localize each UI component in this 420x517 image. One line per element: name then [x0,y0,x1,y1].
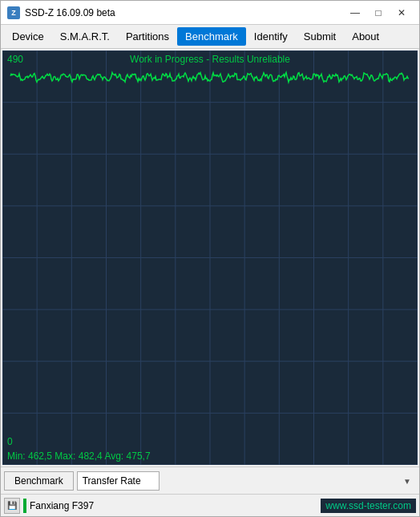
dropdown-arrow-icon: ▼ [403,476,411,485]
website-label: www.ssd-tester.com [321,499,416,513]
menu-item-benchmark[interactable]: Benchmark [177,27,246,46]
chart-canvas [2,50,418,465]
menu-item-about[interactable]: About [344,27,387,46]
metric-dropdown-wrapper: Transfer Rate Sequential Read Sequential… [77,471,416,491]
drive-icon: 💾 [4,498,20,514]
drive-name: Fanxiang F397 [30,500,94,511]
menu-item-smart[interactable]: S.M.A.R.T. [52,27,118,46]
status-bar: 💾 Fanxiang F397 www.ssd-tester.com [1,494,419,516]
drive-status-indicator [23,499,26,513]
menu-item-partitions[interactable]: Partitions [118,27,177,46]
menu-item-submit[interactable]: Submit [296,27,344,46]
menu-item-device[interactable]: Device [4,27,52,46]
minimize-button[interactable]: — [344,5,366,21]
title-bar: Z SSD-Z 16.09.09 beta — □ ✕ [1,1,419,25]
menu-item-identify[interactable]: Identify [246,27,296,46]
bottom-controls: Benchmark Transfer Rate Sequential Read … [1,467,419,494]
chart-y-min: 0 [7,436,13,447]
close-button[interactable]: ✕ [390,5,413,21]
chart-stats: Min: 462,5 Max: 482,4 Avg: 475,7 [7,450,151,462]
drive-info: Fanxiang F397 [23,499,317,513]
window-controls: — □ ✕ [344,5,413,21]
benchmark-button[interactable]: Benchmark [4,471,74,491]
chart-status: Work in Progress - Results Unreliable [2,54,418,65]
app-icon: Z [7,6,20,19]
metric-dropdown[interactable]: Transfer Rate Sequential Read Sequential… [77,471,160,491]
maximize-button[interactable]: □ [367,5,390,21]
menu-bar: Device S.M.A.R.T. Partitions Benchmark I… [1,25,419,49]
benchmark-chart: 490 Work in Progress - Results Unreliabl… [2,50,418,465]
main-window: Z SSD-Z 16.09.09 beta — □ ✕ Device S.M.A… [0,0,420,517]
window-title: SSD-Z 16.09.09 beta [25,7,344,18]
